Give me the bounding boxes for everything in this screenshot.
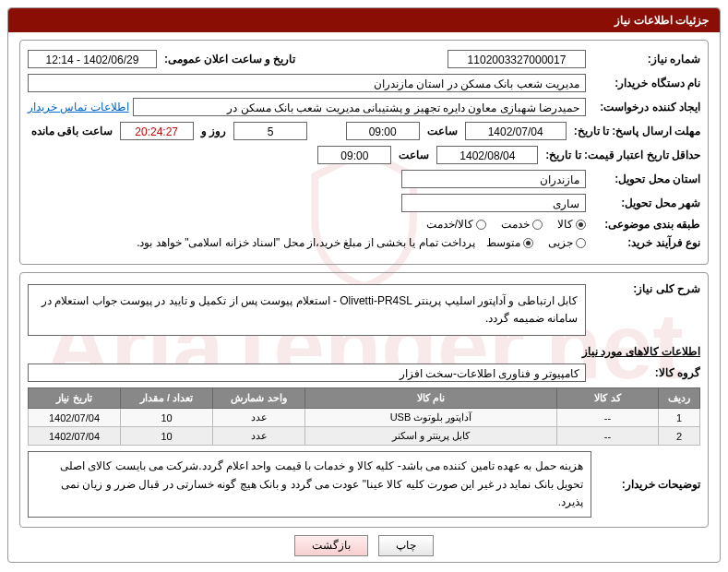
province-field: مازندران (401, 170, 586, 188)
hour-label-1: ساعت (424, 125, 461, 137)
buyer-contact-link[interactable]: اطلاعات تماس خریدار (28, 101, 129, 113)
radio-goods-service[interactable] (476, 220, 486, 230)
deadline-time-field: 09:00 (346, 122, 420, 140)
province-label: استان محل تحویل: (590, 173, 700, 185)
remaining-label: ساعت باقی مانده (28, 125, 116, 137)
col-qty: تعداد / مقدار (121, 388, 213, 409)
cell-date: 1402/07/04 (29, 409, 121, 427)
col-code: کد کالا (557, 388, 659, 409)
radio-service[interactable] (532, 220, 543, 230)
radio-goods-service-label: کالا/خدمت (426, 218, 473, 231)
table-row: 2 -- کابل پرینتر و اسکنر عدد 10 1402/07/… (29, 427, 700, 446)
buyer-notes-label: توضیحات خریدار: (599, 451, 700, 518)
radio-service-label: خدمت (501, 218, 530, 231)
col-date: تاریخ نیاز (29, 388, 121, 409)
buyer-notes-box: هزینه حمل به عهده تامین کننده می باشد- ک… (28, 451, 591, 518)
col-name: نام کالا (305, 388, 557, 409)
purchase-type-label: نوع فرآیند خرید: (590, 236, 700, 249)
announce-dt-field: 1402/06/29 - 12:14 (28, 50, 157, 68)
validity-date-field: 1402/08/04 (436, 146, 538, 164)
cell-qty: 10 (121, 427, 213, 446)
cell-code: -- (557, 409, 659, 427)
cell-name: آداپتور بلوتوث USB (305, 409, 557, 427)
goods-group-label: گروه کالا: (590, 366, 700, 379)
goods-info-title: اطلاعات کالاهای مورد نیاز (28, 345, 700, 358)
cell-row: 1 (659, 409, 700, 427)
need-no-field: 1102003327000017 (448, 50, 586, 68)
days-left-field: 5 (233, 122, 307, 140)
deadline-label: مهلت ارسال پاسخ: تا تاریخ: (570, 125, 700, 137)
cell-unit: عدد (213, 409, 305, 427)
radio-medium-label: متوسط (486, 236, 520, 249)
goods-info-box: شرح کلی نیاز: کابل ارتباطی و آداپتور اسل… (19, 272, 709, 528)
radio-goods-label: کالا (557, 218, 573, 231)
need-details-panel: جزئیات اطلاعات نیاز شماره نیاز: 11020033… (7, 7, 721, 563)
button-row: چاپ بازگشت (19, 535, 709, 556)
buyer-org-label: نام دستگاه خریدار: (590, 77, 700, 89)
deadline-date-field: 1402/07/04 (465, 122, 567, 140)
print-button[interactable]: چاپ (378, 535, 434, 556)
announce-dt-label: تاریخ و ساعت اعلان عمومی: (161, 53, 299, 66)
overall-desc-box: کابل ارتباطی و آداپتور اسلیپ پرینتر Oliv… (28, 284, 586, 336)
radio-goods[interactable] (576, 220, 586, 230)
requester-field: حمیدرضا شهبازی معاون دایره تجهیز و پشتیب… (133, 98, 586, 116)
time-left-field: 20:24:27 (120, 122, 194, 140)
radio-small-label: جزیی (548, 236, 573, 249)
validity-time-field: 09:00 (317, 146, 391, 164)
requester-label: ایجاد کننده درخواست: (590, 101, 700, 113)
subject-class-group: کالا خدمت کالا/خدمت (426, 218, 586, 231)
hour-label-2: ساعت (395, 149, 433, 161)
cell-name: کابل پرینتر و اسکنر (305, 427, 557, 446)
goods-group-field: کامپیوتر و فناوری اطلاعات-سخت افزار (28, 363, 586, 382)
cell-unit: عدد (213, 427, 305, 446)
cell-qty: 10 (121, 409, 213, 427)
purchase-type-group: جزیی متوسط (486, 236, 586, 249)
radio-small[interactable] (576, 238, 586, 248)
city-field: ساری (401, 194, 586, 212)
radio-medium[interactable] (523, 238, 533, 248)
validity-label: حداقل تاریخ اعتبار قیمت: تا تاریخ: (542, 149, 700, 161)
days-and-label: روز و (197, 125, 230, 137)
table-row: 1 -- آداپتور بلوتوث USB عدد 10 1402/07/0… (29, 409, 700, 427)
back-button[interactable]: بازگشت (294, 535, 368, 556)
cell-code: -- (557, 427, 659, 446)
treasury-note: پرداخت تمام یا بخشی از مبلغ خرید،از محل … (137, 236, 483, 249)
cell-row: 2 (659, 427, 700, 446)
cell-date: 1402/07/04 (29, 427, 121, 446)
items-table: ردیف کد کالا نام کالا واحد شمارش تعداد /… (28, 387, 700, 446)
col-unit: واحد شمارش (213, 388, 305, 409)
subject-class-label: طبقه بندی موضوعی: (590, 218, 700, 231)
buyer-org-field: مدیریت شعب بانک مسکن در استان مازندران (28, 74, 586, 92)
main-info-box: شماره نیاز: 1102003327000017 تاریخ و ساع… (19, 40, 709, 265)
panel-header: جزئیات اطلاعات نیاز (8, 8, 720, 32)
overall-desc-label: شرح کلی نیاز: (590, 282, 700, 295)
col-row: ردیف (659, 388, 700, 409)
city-label: شهر محل تحویل: (590, 197, 700, 209)
need-no-label: شماره نیاز: (590, 53, 700, 66)
